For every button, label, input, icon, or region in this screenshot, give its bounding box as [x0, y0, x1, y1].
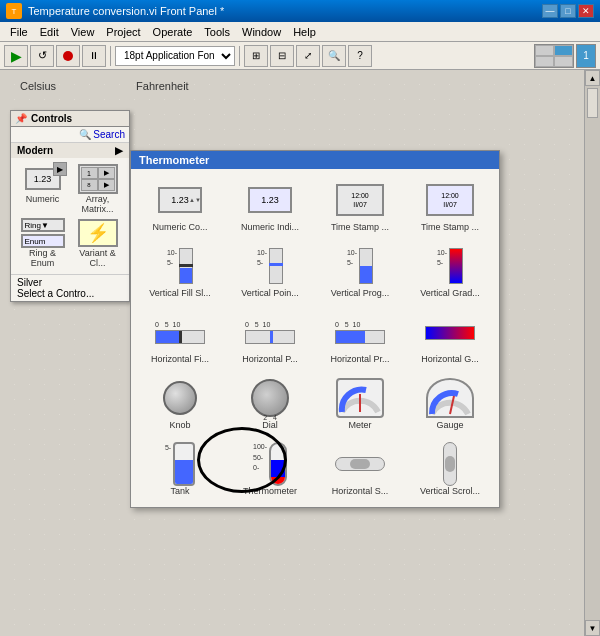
window-title: Temperature conversion.vi Front Panel *: [28, 5, 536, 17]
submenu-label-numeric-ctrl: Numeric Co...: [152, 222, 207, 232]
submenu-item-vfill[interactable]: 10-5- Vertical Fill Sl...: [137, 241, 223, 303]
align-icon: ⊞: [252, 50, 260, 61]
submenu-item-knob[interactable]: Knob: [137, 373, 223, 435]
minimize-button[interactable]: —: [542, 4, 558, 18]
toolbar-separator-2: [239, 46, 240, 66]
submenu-label-gauge: Gauge: [436, 420, 463, 430]
pause-button[interactable]: ⏸: [82, 45, 106, 67]
main-area: Celsius Fahrenheit 📌 Controls 🔍 Search M…: [0, 70, 600, 636]
pin-icon: 📌: [15, 113, 27, 124]
submenu-label-hscroll: Horizontal S...: [332, 486, 389, 496]
search-label: Search: [93, 129, 125, 140]
hscroll-icon: [333, 444, 388, 484]
scroll-thumb[interactable]: [587, 88, 598, 118]
submenu-label-vprog: Vertical Prog...: [331, 288, 390, 298]
submenu-item-vpoint[interactable]: 10-5- Vertical Poin...: [227, 241, 313, 303]
submenu-item-numeric-ctrl[interactable]: 1.23 ▲▼ Numeric Co...: [137, 175, 223, 237]
menu-window[interactable]: Window: [236, 24, 287, 40]
submenu-item-vprog[interactable]: 10-5- Vertical Prog...: [317, 241, 403, 303]
search-button[interactable]: 🔍 Search: [79, 129, 125, 140]
numeric-submenu[interactable]: Thermometer 1.23 ▲▼ Numeric Co... 1.23 N: [130, 150, 500, 508]
submenu-item-meter[interactable]: Meter: [317, 373, 403, 435]
menu-project[interactable]: Project: [100, 24, 146, 40]
submenu-label-timestamp1: Time Stamp ...: [331, 222, 389, 232]
submenu-label-hprog: Horizontal Pr...: [330, 354, 389, 364]
palette-item-ring[interactable]: Ring▼ Enum Ring & Enum: [15, 216, 70, 270]
pause-icon: ⏸: [89, 50, 99, 61]
celsius-label: Celsius: [20, 80, 56, 92]
submenu-item-thermometer[interactable]: 100-50-0- Thermometer: [227, 439, 313, 501]
submenu-label-hfill: Horizontal Fi...: [151, 354, 209, 364]
zoom-icon: 🔍: [328, 50, 340, 61]
menu-file[interactable]: File: [4, 24, 34, 40]
scroll-down-button[interactable]: ▼: [585, 620, 600, 636]
palette-item-array[interactable]: 1 ▶ 8 ▶ Array, Matrix...: [70, 162, 125, 216]
distribute-button[interactable]: ⊟: [270, 45, 294, 67]
submenu-item-tank[interactable]: 5- Tank: [137, 439, 223, 501]
modern-section-header[interactable]: Modern ▶: [11, 143, 129, 158]
run-button[interactable]: ▶: [4, 45, 28, 67]
silver-label-area: Silver Select a Contro...: [11, 274, 129, 301]
menu-bar: File Edit View Project Operate Tools Win…: [0, 22, 600, 42]
vfill-icon: 10-5-: [153, 246, 208, 286]
submenu-item-numeric-ind[interactable]: 1.23 Numeric Indi...: [227, 175, 313, 237]
hpoint-icon: 0 5 10: [243, 312, 298, 352]
ring-icon: Ring▼ Enum: [23, 218, 63, 248]
scroll-up-button[interactable]: ▲: [585, 70, 600, 86]
stop-button[interactable]: [56, 45, 80, 67]
submenu-item-hgrad[interactable]: Horizontal G...: [407, 307, 493, 369]
submenu-item-hprog[interactable]: 0 5 10 Horizontal Pr...: [317, 307, 403, 369]
distribute-icon: ⊟: [278, 50, 286, 61]
palette-item-variant[interactable]: ⚡ Variant & Cl...: [70, 216, 125, 270]
run-continuously-button[interactable]: ↺: [30, 45, 54, 67]
submenu-title: Thermometer: [131, 151, 499, 169]
submenu-item-hscroll[interactable]: Horizontal S...: [317, 439, 403, 501]
resize-icon: ⤢: [304, 50, 312, 61]
submenu-label-dial: Dial: [262, 420, 278, 430]
font-selector[interactable]: 18pt Application Font: [115, 46, 235, 66]
meter-icon: [333, 378, 388, 418]
close-button[interactable]: ✕: [578, 4, 594, 18]
array-icon: 1 ▶ 8 ▶: [78, 164, 118, 194]
fahrenheit-label: Fahrenheit: [136, 80, 189, 92]
resize-button[interactable]: ⤢: [296, 45, 320, 67]
hfill-icon: 0 5 10: [153, 312, 208, 352]
submenu-item-vgrad[interactable]: 10-5- Vertical Grad...: [407, 241, 493, 303]
window-controls: — □ ✕: [542, 4, 594, 18]
menu-help[interactable]: Help: [287, 24, 322, 40]
help-button[interactable]: ?: [348, 45, 372, 67]
submenu-item-timestamp1[interactable]: 12:00II/07 Time Stamp ...: [317, 175, 403, 237]
vprog-icon: 10-5-: [333, 246, 388, 286]
submenu-label-tank: Tank: [170, 486, 189, 496]
submenu-label-vscroll: Vertical Scrol...: [420, 486, 480, 496]
align-button[interactable]: ⊞: [244, 45, 268, 67]
array-label: Array, Matrix...: [72, 194, 123, 214]
front-panel-grid[interactable]: Celsius Fahrenheit 📌 Controls 🔍 Search M…: [0, 70, 584, 636]
palette-search-area[interactable]: 🔍 Search: [11, 127, 129, 143]
submenu-label-hgrad: Horizontal G...: [421, 354, 479, 364]
palette-header: 📌 Controls: [11, 111, 129, 127]
vertical-scrollbar[interactable]: ▲ ▼: [584, 70, 600, 636]
submenu-item-dial[interactable]: 2 4 Dial: [227, 373, 313, 435]
submenu-item-vscroll[interactable]: Vertical Scrol...: [407, 439, 493, 501]
submenu-item-timestamp2[interactable]: 12:00II/07 Time Stamp ...: [407, 175, 493, 237]
tank-icon: 5-: [153, 444, 208, 484]
submenu-grid: 1.23 ▲▼ Numeric Co... 1.23 Numeric Indi.…: [131, 169, 499, 507]
maximize-button[interactable]: □: [560, 4, 576, 18]
thermometer-icon: 100-50-0-: [243, 444, 298, 484]
scroll-track[interactable]: [585, 86, 600, 620]
icon-grid-top-right: [534, 44, 574, 68]
run-loop-icon: ↺: [38, 49, 47, 62]
submenu-item-hpoint[interactable]: 0 5 10 Horizontal P...: [227, 307, 313, 369]
ring-label: Ring & Enum: [17, 248, 68, 268]
menu-tools[interactable]: Tools: [198, 24, 236, 40]
menu-view[interactable]: View: [65, 24, 101, 40]
palette-item-numeric[interactable]: 1.23 ▶ Numeric: [15, 162, 70, 206]
menu-edit[interactable]: Edit: [34, 24, 65, 40]
controls-palette[interactable]: 📌 Controls 🔍 Search Modern ▶ 1.23: [10, 110, 130, 302]
menu-operate[interactable]: Operate: [147, 24, 199, 40]
submenu-item-hfill[interactable]: 0 5 10 Horizontal Fi...: [137, 307, 223, 369]
zoom-button[interactable]: 🔍: [322, 45, 346, 67]
submenu-item-gauge[interactable]: Gauge: [407, 373, 493, 435]
dial-icon: 2 4: [243, 378, 298, 418]
